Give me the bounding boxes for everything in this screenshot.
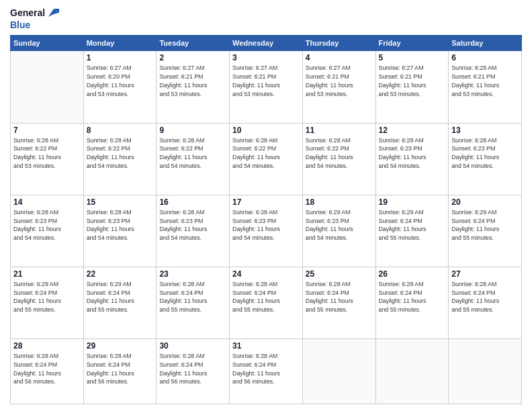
calendar-cell: 31Sunrise: 6:28 AM Sunset: 6:24 PM Dayli…	[230, 339, 303, 404]
day-number: 21	[13, 269, 81, 279]
calendar-cell: 28Sunrise: 6:28 AM Sunset: 6:24 PM Dayli…	[11, 339, 84, 404]
calendar-cell: 12Sunrise: 6:28 AM Sunset: 6:23 PM Dayli…	[375, 123, 449, 195]
day-info: Sunrise: 6:28 AM Sunset: 6:24 PM Dayligh…	[159, 352, 226, 386]
day-number: 18	[306, 197, 373, 207]
weekday-header: Saturday	[449, 36, 522, 51]
day-info: Sunrise: 6:28 AM Sunset: 6:23 PM Dayligh…	[379, 136, 446, 171]
day-info: Sunrise: 6:28 AM Sunset: 6:24 PM Dayligh…	[232, 280, 300, 314]
day-info: Sunrise: 6:28 AM Sunset: 6:23 PM Dayligh…	[87, 208, 154, 242]
day-number: 1	[87, 53, 154, 62]
day-info: Sunrise: 6:28 AM Sunset: 6:22 PM Dayligh…	[13, 136, 81, 171]
day-info: Sunrise: 6:27 AM Sunset: 6:21 PM Dayligh…	[159, 64, 226, 98]
calendar-cell: 29Sunrise: 6:28 AM Sunset: 6:24 PM Dayli…	[83, 339, 157, 404]
day-number: 10	[232, 126, 300, 135]
day-info: Sunrise: 6:27 AM Sunset: 6:21 PM Dayligh…	[379, 64, 446, 98]
logo-general: General	[10, 7, 45, 19]
day-number: 19	[379, 197, 446, 207]
calendar-cell	[375, 339, 449, 404]
calendar-cell: 8Sunrise: 6:28 AM Sunset: 6:22 PM Daylig…	[83, 123, 157, 195]
calendar-cell: 21Sunrise: 6:29 AM Sunset: 6:24 PM Dayli…	[11, 267, 84, 338]
day-number: 9	[159, 126, 226, 135]
day-info: Sunrise: 6:28 AM Sunset: 6:21 PM Dayligh…	[451, 64, 519, 98]
calendar-cell: 15Sunrise: 6:28 AM Sunset: 6:23 PM Dayli…	[83, 195, 157, 267]
day-number: 5	[379, 53, 446, 62]
day-number: 8	[87, 126, 154, 135]
logo-blue: Blue	[10, 19, 59, 31]
day-number: 23	[159, 269, 226, 279]
day-number: 31	[232, 341, 300, 351]
day-info: Sunrise: 6:28 AM Sunset: 6:23 PM Dayligh…	[13, 208, 81, 242]
calendar-week-row: 14Sunrise: 6:28 AM Sunset: 6:23 PM Dayli…	[11, 195, 522, 267]
day-number: 12	[379, 126, 446, 135]
calendar-table: SundayMondayTuesdayWednesdayThursdayFrid…	[10, 35, 522, 404]
calendar-cell: 18Sunrise: 6:29 AM Sunset: 6:23 PM Dayli…	[302, 195, 375, 267]
header: General Blue	[10, 7, 522, 31]
logo: General Blue	[10, 7, 59, 31]
day-number: 3	[232, 53, 300, 62]
day-number: 29	[87, 341, 154, 351]
day-number: 17	[232, 197, 300, 207]
calendar-cell: 20Sunrise: 6:29 AM Sunset: 6:24 PM Dayli…	[449, 195, 522, 267]
calendar-cell	[449, 339, 522, 404]
calendar-cell: 5Sunrise: 6:27 AM Sunset: 6:21 PM Daylig…	[375, 51, 449, 123]
day-info: Sunrise: 6:27 AM Sunset: 6:21 PM Dayligh…	[306, 64, 373, 98]
day-info: Sunrise: 6:29 AM Sunset: 6:24 PM Dayligh…	[379, 208, 446, 242]
calendar-cell	[11, 51, 84, 123]
calendar-cell: 19Sunrise: 6:29 AM Sunset: 6:24 PM Dayli…	[375, 195, 449, 267]
day-info: Sunrise: 6:28 AM Sunset: 6:22 PM Dayligh…	[87, 136, 154, 171]
day-number: 2	[159, 53, 226, 62]
day-number: 7	[13, 126, 81, 135]
logo-bird-icon	[47, 7, 59, 18]
day-number: 30	[159, 341, 226, 351]
day-number: 25	[306, 269, 373, 279]
calendar-cell: 3Sunrise: 6:27 AM Sunset: 6:21 PM Daylig…	[230, 51, 303, 123]
day-info: Sunrise: 6:28 AM Sunset: 6:23 PM Dayligh…	[159, 208, 226, 242]
day-number: 6	[451, 53, 519, 62]
day-info: Sunrise: 6:28 AM Sunset: 6:24 PM Dayligh…	[13, 352, 81, 386]
day-number: 15	[87, 197, 154, 207]
weekday-header: Tuesday	[157, 36, 230, 51]
day-info: Sunrise: 6:29 AM Sunset: 6:24 PM Dayligh…	[13, 280, 81, 314]
day-info: Sunrise: 6:28 AM Sunset: 6:24 PM Dayligh…	[87, 352, 154, 386]
day-number: 11	[306, 126, 373, 135]
page: General Blue SundayMondayTuesdayWednesda…	[0, 0, 532, 411]
day-info: Sunrise: 6:28 AM Sunset: 6:24 PM Dayligh…	[232, 352, 300, 386]
weekday-header: Wednesday	[230, 36, 303, 51]
calendar-cell: 11Sunrise: 6:28 AM Sunset: 6:22 PM Dayli…	[302, 123, 375, 195]
day-number: 13	[451, 126, 519, 135]
calendar-cell: 30Sunrise: 6:28 AM Sunset: 6:24 PM Dayli…	[157, 339, 230, 404]
calendar-week-row: 21Sunrise: 6:29 AM Sunset: 6:24 PM Dayli…	[11, 267, 522, 338]
calendar-week-row: 1Sunrise: 6:27 AM Sunset: 6:20 PM Daylig…	[11, 51, 522, 123]
calendar-cell: 16Sunrise: 6:28 AM Sunset: 6:23 PM Dayli…	[157, 195, 230, 267]
day-number: 24	[232, 269, 300, 279]
calendar-cell: 24Sunrise: 6:28 AM Sunset: 6:24 PM Dayli…	[230, 267, 303, 338]
day-info: Sunrise: 6:28 AM Sunset: 6:22 PM Dayligh…	[232, 136, 300, 171]
calendar-cell: 9Sunrise: 6:28 AM Sunset: 6:22 PM Daylig…	[157, 123, 230, 195]
day-number: 14	[13, 197, 81, 207]
day-info: Sunrise: 6:29 AM Sunset: 6:23 PM Dayligh…	[306, 208, 373, 242]
day-info: Sunrise: 6:28 AM Sunset: 6:24 PM Dayligh…	[451, 280, 519, 314]
day-info: Sunrise: 6:28 AM Sunset: 6:22 PM Dayligh…	[159, 136, 226, 171]
day-number: 27	[451, 269, 519, 279]
calendar-week-row: 7Sunrise: 6:28 AM Sunset: 6:22 PM Daylig…	[11, 123, 522, 195]
day-info: Sunrise: 6:28 AM Sunset: 6:22 PM Dayligh…	[306, 136, 373, 171]
calendar-cell: 23Sunrise: 6:28 AM Sunset: 6:24 PM Dayli…	[157, 267, 230, 338]
calendar-week-row: 28Sunrise: 6:28 AM Sunset: 6:24 PM Dayli…	[11, 339, 522, 404]
calendar-cell: 22Sunrise: 6:29 AM Sunset: 6:24 PM Dayli…	[83, 267, 157, 338]
weekday-header: Sunday	[11, 36, 84, 51]
day-info: Sunrise: 6:28 AM Sunset: 6:24 PM Dayligh…	[159, 280, 226, 314]
calendar-cell: 27Sunrise: 6:28 AM Sunset: 6:24 PM Dayli…	[449, 267, 522, 338]
day-info: Sunrise: 6:29 AM Sunset: 6:24 PM Dayligh…	[451, 208, 519, 242]
calendar-cell: 6Sunrise: 6:28 AM Sunset: 6:21 PM Daylig…	[449, 51, 522, 123]
weekday-header: Monday	[83, 36, 157, 51]
calendar-cell: 14Sunrise: 6:28 AM Sunset: 6:23 PM Dayli…	[11, 195, 84, 267]
calendar-cell: 4Sunrise: 6:27 AM Sunset: 6:21 PM Daylig…	[302, 51, 375, 123]
day-info: Sunrise: 6:28 AM Sunset: 6:24 PM Dayligh…	[379, 280, 446, 314]
calendar-cell: 7Sunrise: 6:28 AM Sunset: 6:22 PM Daylig…	[11, 123, 84, 195]
day-number: 16	[159, 197, 226, 207]
calendar-cell: 2Sunrise: 6:27 AM Sunset: 6:21 PM Daylig…	[157, 51, 230, 123]
calendar-cell: 17Sunrise: 6:28 AM Sunset: 6:23 PM Dayli…	[230, 195, 303, 267]
calendar-cell	[302, 339, 375, 404]
day-info: Sunrise: 6:28 AM Sunset: 6:23 PM Dayligh…	[451, 136, 519, 171]
header-row: SundayMondayTuesdayWednesdayThursdayFrid…	[11, 36, 522, 51]
